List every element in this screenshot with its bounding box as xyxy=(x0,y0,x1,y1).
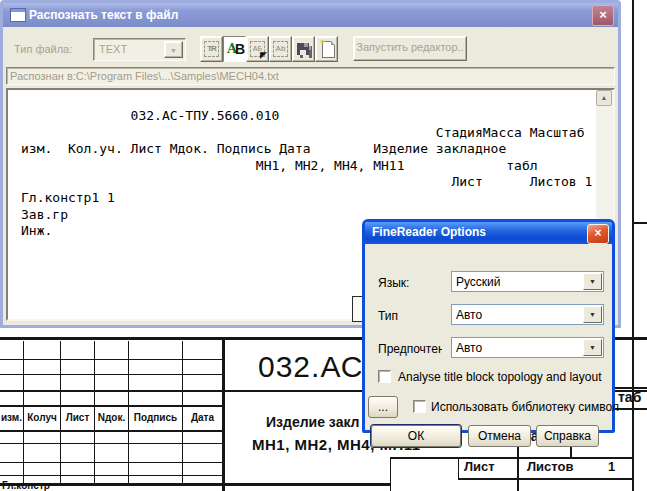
drawing-right-border xyxy=(632,0,634,491)
table-header-data: Дата xyxy=(183,412,222,423)
letter-b-icon: B xyxy=(235,41,245,57)
use-symbol-library-checkbox[interactable] xyxy=(413,400,426,413)
drawing-product-label: Изделие закл xyxy=(266,414,360,430)
chevron-down-icon[interactable]: ▼ xyxy=(583,306,602,323)
grid-line xyxy=(458,457,459,478)
drawing-line xyxy=(632,222,647,224)
table-header-izm: изм. xyxy=(0,412,23,423)
grid-line xyxy=(615,408,647,410)
window-titlebar[interactable]: Распознать текст в файл × xyxy=(3,3,618,27)
window-icon xyxy=(10,8,26,22)
close-icon[interactable]: × xyxy=(592,5,614,26)
run-editor-button[interactable]: Запустить редактор.. xyxy=(353,36,467,61)
language-value: Русский xyxy=(456,275,501,289)
drawing-tab-margin: таб xyxy=(618,389,641,405)
ok-button[interactable]: ОК xyxy=(371,425,461,447)
floppy-disk-icon xyxy=(297,43,309,55)
grid-line xyxy=(0,405,225,407)
analyse-title-block-checkbox[interactable] xyxy=(378,370,391,383)
grid-line xyxy=(0,475,225,476)
use-symbol-library-label: Использовать библиотеку символ xyxy=(431,400,619,414)
browse-button[interactable]: ... xyxy=(368,396,398,418)
sparkle-icon: ✦ xyxy=(319,37,327,47)
grid-line xyxy=(0,359,225,360)
grid-line xyxy=(458,478,632,480)
drawing-sheets-label: Листов xyxy=(527,459,573,474)
tr-icon: TR xyxy=(204,41,219,57)
preference-combobox[interactable]: Авто ▼ xyxy=(451,337,604,358)
cancel-button[interactable]: Отмена xyxy=(468,425,531,447)
table-header-koluch: Колуч xyxy=(24,412,60,423)
drawing-chief-designer: Гл.констр xyxy=(2,480,50,491)
save-icon-button[interactable] xyxy=(292,36,315,62)
table-header-list: Лист xyxy=(61,412,94,423)
grid-line xyxy=(0,390,225,392)
grid-line xyxy=(0,430,225,432)
grid-line xyxy=(0,483,390,486)
grid-line xyxy=(222,337,225,491)
scroll-up-icon[interactable]: ▲ xyxy=(596,90,612,106)
drawing-doc-number: 032.АС xyxy=(258,350,363,384)
file-type-combobox[interactable]: TEXT ▼ xyxy=(93,38,186,61)
table-header-ndok: Nдок. xyxy=(95,412,128,423)
file-type-value: TEXT xyxy=(99,43,127,55)
grid-line xyxy=(390,457,391,491)
window-title: Распознать текст в файл xyxy=(29,8,178,22)
type-value: Авто xyxy=(456,308,482,322)
recognized-text: 032.АС-ТПУ.5660.010 СтадияМасса Масштаб … xyxy=(8,90,613,240)
type-label: Тип xyxy=(378,309,398,323)
chevron-down-icon[interactable]: ▼ xyxy=(583,339,602,356)
preference-value: Авто xyxy=(456,341,482,355)
new-document-icon-button[interactable]: ✦ xyxy=(315,36,338,62)
dialog-body: Язык: Русский ▼ Тип Авто ▼ Предпочтен Ав… xyxy=(365,244,612,430)
dialog-titlebar[interactable]: FineReader Options × xyxy=(365,222,612,244)
select-text-block-icon-button[interactable]: АБ ◤ xyxy=(246,36,269,62)
text-mode-icon-button[interactable]: A B xyxy=(223,36,246,62)
dialog-title: FineReader Options xyxy=(372,225,486,239)
cursor-icon: ◤ xyxy=(260,50,267,60)
status-bar: Распознан в:C:\Program Files\...\Samples… xyxy=(6,67,615,85)
block-text-icon-button[interactable]: Аb xyxy=(269,36,292,62)
new-document-icon: ✦ xyxy=(322,41,335,58)
grid-line xyxy=(0,462,225,463)
grid-line xyxy=(0,374,225,375)
language-label: Язык: xyxy=(378,276,409,290)
block-text-icon: Аb xyxy=(273,41,288,57)
table-header-podpis: Подпись xyxy=(129,412,182,423)
grid-line xyxy=(0,443,225,444)
preference-label: Предпочтен xyxy=(378,342,442,356)
analyse-title-block-label: Analyse title block topology and layout xyxy=(398,370,601,384)
type-combobox[interactable]: Авто ▼ xyxy=(451,304,604,325)
drawing-sheets-value: 1 xyxy=(608,459,615,474)
tr-layout-icon-button[interactable]: TR xyxy=(200,36,223,62)
finereader-options-dialog: FineReader Options × Язык: Русский ▼ Тип… xyxy=(362,219,615,433)
close-icon[interactable]: × xyxy=(587,224,609,244)
drawing-sheet-label: Лист xyxy=(464,459,495,474)
chevron-down-icon[interactable]: ▼ xyxy=(164,41,183,58)
file-type-label: Тип файла: xyxy=(14,43,72,55)
grid-line xyxy=(390,457,632,459)
chevron-down-icon[interactable]: ▼ xyxy=(583,273,602,290)
help-button[interactable]: Справка xyxy=(536,425,599,447)
language-combobox[interactable]: Русский ▼ xyxy=(451,271,604,292)
